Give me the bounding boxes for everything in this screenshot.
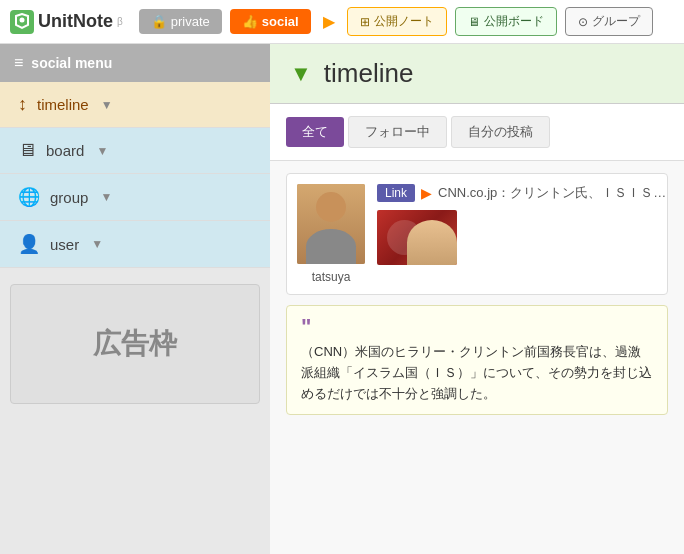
- public-board-button[interactable]: 🖥 公開ボード: [455, 7, 557, 36]
- timeline-section-title: timeline: [324, 58, 414, 89]
- quote-mark: ": [301, 316, 653, 338]
- post-card: tatsuya Link ▶ CNN.co.jp：クリントン氏、ＩＳＩＳ封じ込: [286, 173, 668, 295]
- quote-text: （CNN）米国のヒラリー・クリントン前国務長官は、過激派組織「イスラム国（ＩＳ）…: [301, 342, 653, 404]
- logo-beta: β: [117, 16, 123, 27]
- content-area: ▼ timeline 全て フォロー中 自分の投稿 tatsuya: [270, 44, 684, 554]
- header: UnitNote β 🔒 private 👍 social ▶ ⊞ 公開ノート …: [0, 0, 684, 44]
- group-icon: 🌐: [18, 186, 40, 208]
- avatar-image: [297, 184, 365, 264]
- private-label: private: [171, 14, 210, 29]
- group-item-label: group: [50, 189, 88, 206]
- lock-icon: 🔒: [151, 14, 167, 29]
- sidebar: ≡ social menu ↕ timeline ▼ 🖥 board ▼ 🌐 g…: [0, 44, 270, 554]
- timeline-section-arrow: ▼: [290, 61, 312, 87]
- avatar: [297, 184, 365, 264]
- posts-area: tatsuya Link ▶ CNN.co.jp：クリントン氏、ＩＳＩＳ封じ込 …: [270, 161, 684, 554]
- sidebar-item-group[interactable]: 🌐 group ▼: [0, 174, 270, 221]
- group-button[interactable]: ⊙ グループ: [565, 7, 653, 36]
- post-username: tatsuya: [312, 270, 351, 284]
- filter-mine-button[interactable]: 自分の投稿: [451, 116, 550, 148]
- filter-follow-button[interactable]: フォロー中: [348, 116, 447, 148]
- link-text[interactable]: CNN.co.jp：クリントン氏、ＩＳＩＳ封じ込: [438, 184, 678, 202]
- post-link-row: Link ▶ CNN.co.jp：クリントン氏、ＩＳＩＳ封じ込: [377, 184, 678, 202]
- sidebar-header: ≡ social menu: [0, 44, 270, 82]
- timeline-icon: ↕: [18, 94, 27, 115]
- ad-label: 広告枠: [93, 325, 177, 363]
- logo-text: UnitNote: [38, 11, 113, 32]
- group-label: グループ: [592, 13, 640, 30]
- filter-all-button[interactable]: 全て: [286, 117, 344, 147]
- post-user-column: tatsuya: [297, 184, 365, 284]
- board-dropdown-arrow: ▼: [96, 144, 108, 158]
- link-badge: Link: [377, 184, 415, 202]
- sidebar-item-timeline[interactable]: ↕ timeline ▼: [0, 82, 270, 128]
- link-arrow: ▶: [421, 185, 432, 201]
- timeline-header: ▼ timeline: [270, 44, 684, 104]
- filter-bar: 全て フォロー中 自分の投稿: [270, 104, 684, 161]
- group-nav-icon: ⊙: [578, 15, 588, 29]
- sidebar-items: ↕ timeline ▼ 🖥 board ▼ 🌐 group ▼ 👤 user …: [0, 82, 270, 268]
- group-dropdown-arrow: ▼: [100, 190, 112, 204]
- user-dropdown-arrow: ▼: [91, 237, 103, 251]
- post-content-column: Link ▶ CNN.co.jp：クリントン氏、ＩＳＩＳ封じ込: [377, 184, 678, 284]
- timeline-dropdown-arrow: ▼: [101, 98, 113, 112]
- post-image: [377, 210, 457, 265]
- main-layout: ≡ social menu ↕ timeline ▼ 🖥 board ▼ 🌐 g…: [0, 44, 684, 554]
- private-button[interactable]: 🔒 private: [139, 9, 222, 34]
- sidebar-title: social menu: [31, 55, 112, 71]
- user-icon: 👤: [18, 233, 40, 255]
- logo-area: UnitNote β: [10, 10, 123, 34]
- public-board-label: 公開ボード: [484, 13, 544, 30]
- user-item-label: user: [50, 236, 79, 253]
- logo-icon: [10, 10, 34, 34]
- menu-icon: ≡: [14, 54, 23, 72]
- public-note-label: 公開ノート: [374, 13, 434, 30]
- sidebar-item-user[interactable]: 👤 user ▼: [0, 221, 270, 268]
- public-note-button[interactable]: ⊞ 公開ノート: [347, 7, 447, 36]
- note-icon: ⊞: [360, 15, 370, 29]
- board-icon: 🖥: [18, 140, 36, 161]
- nav-arrow: ▶: [323, 12, 335, 31]
- post-image-person: [407, 220, 457, 265]
- social-label: social: [262, 14, 299, 29]
- svg-point-0: [20, 17, 25, 22]
- thumbs-up-icon: 👍: [242, 14, 258, 29]
- timeline-item-label: timeline: [37, 96, 89, 113]
- sidebar-item-board[interactable]: 🖥 board ▼: [0, 128, 270, 174]
- quote-card: " （CNN）米国のヒラリー・クリントン前国務長官は、過激派組織「イスラム国（Ｉ…: [286, 305, 668, 415]
- board-nav-icon: 🖥: [468, 15, 480, 29]
- ad-area: 広告枠: [10, 284, 260, 404]
- board-item-label: board: [46, 142, 84, 159]
- social-button[interactable]: 👍 social: [230, 9, 311, 34]
